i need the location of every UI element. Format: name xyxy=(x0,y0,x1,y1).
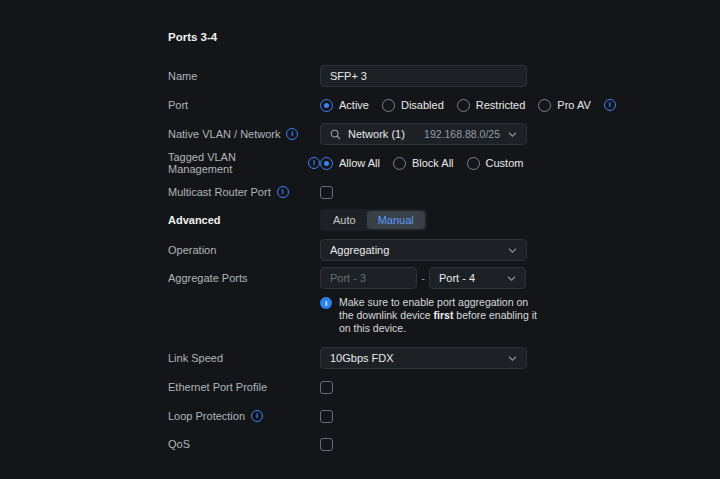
loop-protection-info-icon[interactable]: i xyxy=(251,410,263,422)
radio-restricted[interactable] xyxy=(457,99,470,112)
native-vlan-dropdown[interactable]: Network (1) 192.168.88.0/25 xyxy=(320,123,527,145)
tagged-option-block-all-label: Block All xyxy=(412,157,454,169)
port-option-active[interactable]: Active xyxy=(320,99,369,112)
native-vlan-value: Network (1) xyxy=(348,128,405,140)
multicast-checkbox[interactable] xyxy=(320,186,333,199)
aggregate-separator: - xyxy=(417,272,429,284)
multicast-info-icon[interactable]: i xyxy=(277,186,289,198)
tagged-vlan-radio-group: Allow All Block All Custom xyxy=(320,157,523,170)
name-label: Name xyxy=(168,70,320,82)
tagged-option-allow-all[interactable]: Allow All xyxy=(320,157,380,170)
chevron-down-icon xyxy=(508,356,517,361)
operation-label: Operation xyxy=(168,244,320,256)
aggregation-note: i Make sure to enable port aggregation o… xyxy=(320,296,540,335)
aggregate-ports-label: Aggregate Ports xyxy=(168,272,320,284)
ethernet-port-profile-row: Ethernet Port Profile xyxy=(168,376,720,398)
native-vlan-row: Native VLAN / Network i Network (1) 192.… xyxy=(168,123,720,145)
native-vlan-label: Native VLAN / Network xyxy=(168,128,280,140)
tagged-option-custom[interactable]: Custom xyxy=(467,157,524,170)
port-option-pro-av-label: Pro AV xyxy=(557,99,590,111)
tagged-vlan-info-icon[interactable]: i xyxy=(308,157,320,169)
native-vlan-info-icon[interactable]: i xyxy=(286,128,298,140)
tagged-vlan-row: Tagged VLAN Management i Allow All Block… xyxy=(168,152,720,174)
port-option-pro-av[interactable]: Pro AV xyxy=(538,99,590,112)
chevron-down-icon xyxy=(508,132,517,137)
radio-pro-av[interactable] xyxy=(538,99,551,112)
pro-av-info-icon[interactable]: i xyxy=(604,99,616,111)
radio-block-all[interactable] xyxy=(393,157,406,170)
page-title: Ports 3-4 xyxy=(168,31,217,43)
multicast-row: Multicast Router Port i xyxy=(168,181,720,203)
qos-checkbox[interactable] xyxy=(320,438,333,451)
loop-protection-row: Loop Protection i xyxy=(168,405,720,427)
port-option-restricted[interactable]: Restricted xyxy=(457,99,526,112)
aggregation-note-text: Make sure to enable port aggregation on … xyxy=(339,296,537,335)
loop-protection-label: Loop Protection xyxy=(168,410,245,422)
radio-active[interactable] xyxy=(320,99,333,112)
link-speed-label: Link Speed xyxy=(168,352,320,364)
native-vlan-subnet: 192.168.88.0/25 xyxy=(424,128,508,140)
radio-custom[interactable] xyxy=(467,157,480,170)
name-value: SFP+ 3 xyxy=(330,70,367,82)
tagged-vlan-label: Tagged VLAN Management xyxy=(168,151,302,175)
radio-allow-all[interactable] xyxy=(320,157,333,170)
ethernet-port-profile-checkbox[interactable] xyxy=(320,381,333,394)
ethernet-port-profile-label: Ethernet Port Profile xyxy=(168,381,320,393)
chevron-down-icon xyxy=(507,276,516,281)
aggregate-ports-row: Aggregate Ports Port - 3 - Port - 4 xyxy=(168,267,720,289)
port-radio-group: Active Disabled Restricted Pro AV i xyxy=(320,99,616,112)
chevron-down-icon xyxy=(508,248,517,253)
link-speed-value: 10Gbps FDX xyxy=(330,352,394,364)
operation-row: Operation Aggregating xyxy=(168,239,720,261)
advanced-segmented-control: Auto Manual xyxy=(320,209,427,231)
info-filled-icon: i xyxy=(320,297,332,309)
tagged-option-custom-label: Custom xyxy=(486,157,524,169)
radio-disabled[interactable] xyxy=(382,99,395,112)
aggregate-from-value: Port - 3 xyxy=(330,272,366,284)
advanced-row: Advanced Auto Manual xyxy=(168,209,720,231)
tagged-option-allow-all-label: Allow All xyxy=(339,157,380,169)
aggregate-from-input: Port - 3 xyxy=(320,267,417,289)
qos-row: QoS xyxy=(168,433,720,455)
port-option-restricted-label: Restricted xyxy=(476,99,526,111)
link-speed-dropdown[interactable]: 10Gbps FDX xyxy=(320,347,527,369)
qos-label: QoS xyxy=(168,438,320,450)
search-icon xyxy=(330,129,341,140)
port-option-disabled[interactable]: Disabled xyxy=(382,99,444,112)
segment-manual[interactable]: Manual xyxy=(367,211,425,229)
link-speed-row: Link Speed 10Gbps FDX xyxy=(168,347,720,369)
port-label: Port xyxy=(168,99,320,111)
name-row: Name SFP+ 3 xyxy=(168,65,720,87)
port-row: Port Active Disabled Restricted Pro AV i xyxy=(168,94,720,116)
tagged-option-block-all[interactable]: Block All xyxy=(393,157,454,170)
operation-dropdown[interactable]: Aggregating xyxy=(320,239,527,261)
advanced-label: Advanced xyxy=(168,214,320,226)
aggregate-to-value: Port - 4 xyxy=(439,272,475,284)
operation-value: Aggregating xyxy=(330,244,389,256)
aggregate-to-dropdown[interactable]: Port - 4 xyxy=(429,267,526,289)
segment-auto[interactable]: Auto xyxy=(322,211,367,229)
name-input[interactable]: SFP+ 3 xyxy=(320,65,527,87)
multicast-label: Multicast Router Port xyxy=(168,186,271,198)
port-option-active-label: Active xyxy=(339,99,369,111)
port-option-disabled-label: Disabled xyxy=(401,99,444,111)
loop-protection-checkbox[interactable] xyxy=(320,410,333,423)
